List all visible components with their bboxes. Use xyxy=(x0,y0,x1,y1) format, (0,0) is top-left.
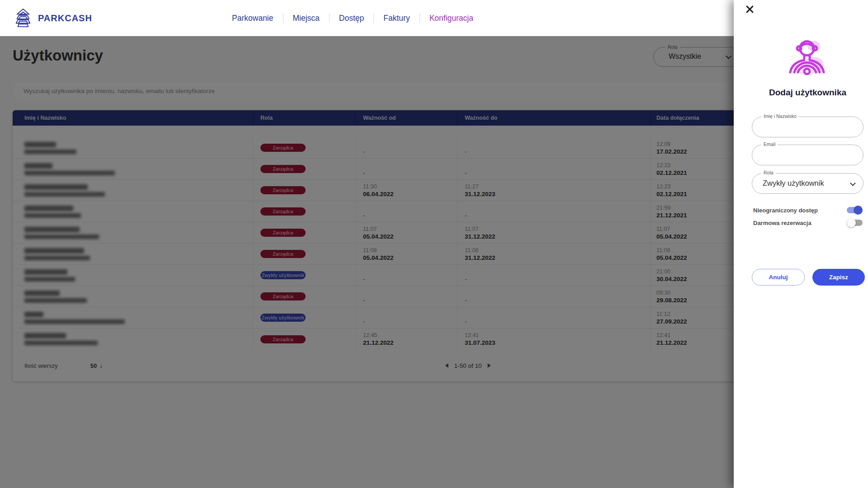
free-reservation-row: Darmowa rezerwacja xyxy=(753,217,863,229)
free-reservation-toggle[interactable] xyxy=(847,218,863,227)
email-field: Email xyxy=(752,145,863,165)
email-input[interactable] xyxy=(752,145,863,165)
role-select-value: Zwykły użytkownik xyxy=(763,179,824,188)
role-select-label: Rola xyxy=(761,170,776,175)
nav-separator xyxy=(283,13,283,23)
nav-separator xyxy=(420,13,420,23)
role-select[interactable]: Rola Zwykły użytkownik xyxy=(752,173,863,194)
name-field: Imię i Nazwisko xyxy=(752,117,863,137)
app-screen: PARKCASH Parkowanie Miejsca Dostęp Faktu… xyxy=(0,0,868,488)
add-user-drawer: Dodaj użytkownika Imię i Nazwisko Email … xyxy=(734,0,868,488)
nav-item-dostep[interactable]: Dostęp xyxy=(339,14,364,23)
unlimited-access-toggle[interactable] xyxy=(847,206,863,215)
nav-item-faktury[interactable]: Faktury xyxy=(383,14,410,23)
driver-icon xyxy=(786,37,829,80)
name-input[interactable] xyxy=(752,117,863,137)
unlimited-access-label: Nieograniczony dostęp xyxy=(753,207,818,214)
cancel-button[interactable]: Anuluj xyxy=(752,269,805,286)
nav-separator xyxy=(329,13,330,23)
free-reservation-label: Darmowa rezerwacja xyxy=(753,220,811,226)
name-field-label: Imię i Nazwisko xyxy=(761,113,799,119)
close-icon[interactable] xyxy=(743,2,756,16)
drawer-title: Dodaj użytkownika xyxy=(752,88,863,98)
email-field-label: Email xyxy=(761,141,778,147)
nav-item-parkowanie[interactable]: Parkowanie xyxy=(232,14,273,23)
save-button[interactable]: Zapisz xyxy=(812,269,865,286)
nav-item-miejsca[interactable]: Miejsca xyxy=(293,14,320,23)
unlimited-access-row: Nieograniczony dostęp xyxy=(753,204,863,216)
nav-item-konfiguracja[interactable]: Konfiguracja xyxy=(429,14,473,23)
main-nav: Parkowanie Miejsca Dostęp Faktury Konfig… xyxy=(0,0,705,36)
nav-separator xyxy=(373,13,374,23)
chevron-down-icon xyxy=(850,180,856,186)
